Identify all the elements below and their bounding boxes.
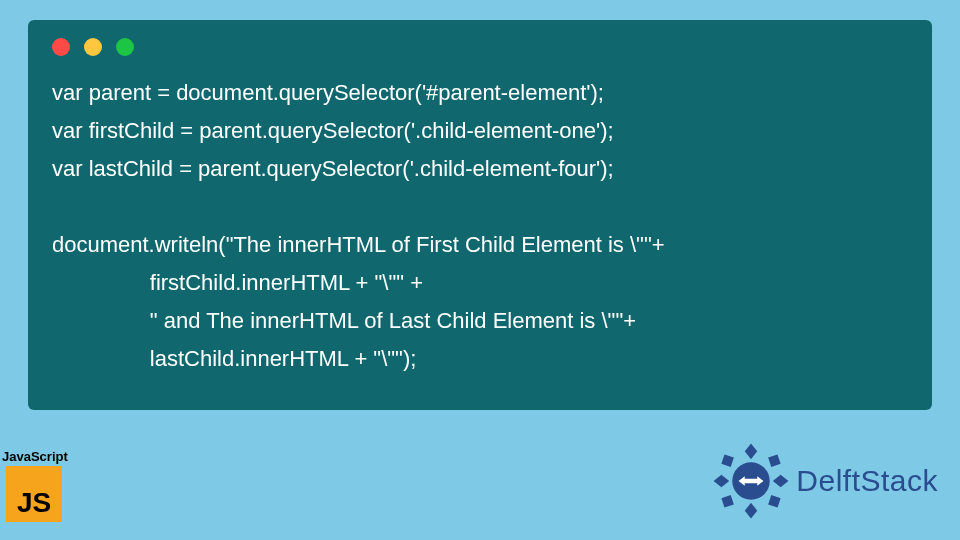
javascript-logo-text: JS <box>10 487 58 519</box>
svg-marker-0 <box>745 444 757 460</box>
code-window: var parent = document.querySelector('#pa… <box>28 20 932 410</box>
javascript-label: JavaScript <box>0 449 82 464</box>
svg-marker-6 <box>722 495 734 507</box>
brand-badge: ⇔ DelftStack <box>712 442 938 520</box>
close-dot-icon <box>52 38 70 56</box>
code-line-3: var lastChild = parent.querySelector('.c… <box>52 156 614 181</box>
code-line-6: firstChild.innerHTML + "\"" + <box>52 270 423 295</box>
window-controls <box>52 38 908 56</box>
svg-marker-1 <box>745 503 757 519</box>
svg-marker-3 <box>773 475 789 487</box>
code-line-2: var firstChild = parent.querySelector('.… <box>52 118 614 143</box>
svg-marker-7 <box>768 495 780 507</box>
code-line-1: var parent = document.querySelector('#pa… <box>52 80 604 105</box>
svg-marker-4 <box>722 454 734 466</box>
code-line-5: document.writeln("The innerHTML of First… <box>52 232 665 257</box>
svg-marker-5 <box>768 454 780 466</box>
code-line-8: lastChild.innerHTML + "\""); <box>52 346 416 371</box>
brand-name: DelftStack <box>796 464 938 498</box>
code-line-7: " and The innerHTML of Last Child Elemen… <box>52 308 636 333</box>
delftstack-logo-icon: ⇔ <box>712 442 790 520</box>
maximize-dot-icon <box>116 38 134 56</box>
minimize-dot-icon <box>84 38 102 56</box>
svg-marker-2 <box>714 475 730 487</box>
javascript-logo-icon: JS <box>6 466 62 522</box>
javascript-badge: JavaScript JS <box>0 449 82 522</box>
code-block: var parent = document.querySelector('#pa… <box>52 74 908 378</box>
